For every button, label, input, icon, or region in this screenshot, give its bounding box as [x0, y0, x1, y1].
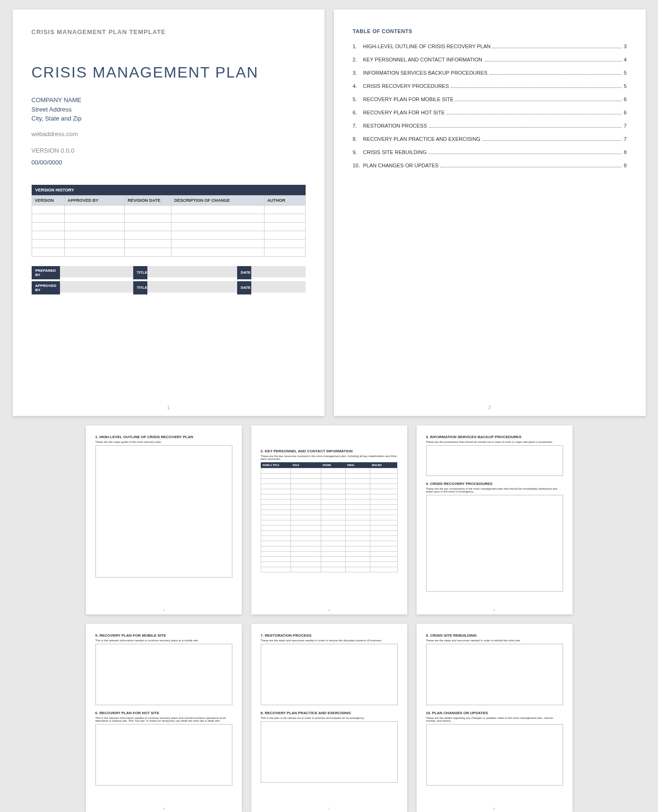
table-row [261, 479, 397, 484]
section-title: 7. RESTORATION PROCESS [261, 633, 398, 638]
table-row [32, 239, 305, 248]
section-desc: These are the details regarding any chan… [426, 717, 563, 722]
section-title: 6. RECOVERY PLAN FOR HOT SITE [95, 711, 232, 715]
toc-item: 7.RESTORATION PROCESS7 [353, 123, 627, 129]
vh-col-version: VERSION [32, 195, 64, 205]
document-date: 00/00/0000 [32, 159, 306, 166]
table-row [261, 489, 397, 494]
section-desc: These are the procedures that should be … [426, 441, 563, 443]
table-row [261, 468, 397, 474]
content-box[interactable] [95, 724, 232, 786]
section-title: 1. HIGH-LEVEL OUTLINE OF CRISIS RECOVERY… [95, 435, 232, 439]
title-input-1[interactable] [147, 266, 237, 277]
page-3: 1. HIGH-LEVEL OUTLINE OF CRISIS RECOVERY… [86, 425, 242, 614]
section-title: 9. CRISIS SITE REBUILDING [426, 633, 563, 638]
table-row [32, 214, 305, 222]
page-number: 8 [417, 807, 573, 810]
content-box[interactable] [261, 721, 398, 783]
table-row [32, 205, 305, 214]
col-role: ROLE [291, 462, 321, 468]
vh-col-author: AUTHOR [264, 195, 305, 205]
table-row [261, 474, 397, 479]
vh-col-description: DESCRIPTION OF CHANGE [171, 195, 264, 205]
toc-item: 1.HIGH-LEVEL OUTLINE OF CRISIS RECOVERY … [353, 43, 627, 49]
page-8: 9. CRISIS SITE REBUILDING These are the … [417, 624, 573, 812]
content-box[interactable] [95, 644, 232, 705]
col-email: EMAIL [345, 462, 370, 468]
contact-table: NAME & TITLE ROLE PHONE EMAIL MAILING [261, 462, 398, 572]
table-row [261, 536, 397, 541]
section-desc: These are the steps and resources needed… [261, 639, 398, 642]
web-address: webaddress.com [32, 130, 306, 138]
content-box[interactable] [426, 495, 563, 592]
content-box[interactable] [426, 724, 563, 786]
toc-item: 9.CRISIS SITE REBUILDING8 [353, 149, 627, 155]
toc-item: 5.RECOVERY PLAN FOR MOBILE SITE6 [353, 96, 627, 102]
table-row [261, 557, 397, 562]
section-title: 3. INFORMATION SERVICES BACKUP PROCEDURE… [426, 435, 563, 439]
approved-by-input[interactable] [60, 281, 133, 293]
street-address: Street Address [32, 105, 306, 114]
date-label-2: DATE [237, 281, 251, 294]
page-number: 7 [251, 807, 407, 810]
table-row [261, 546, 397, 552]
page-number: 2 [334, 405, 646, 410]
content-box[interactable] [261, 644, 398, 705]
page-5: 3. INFORMATION SERVICES BACKUP PROCEDURE… [417, 425, 573, 614]
col-phone: PHONE [321, 462, 345, 468]
section-desc: These are the steps and resources needed… [426, 639, 563, 642]
table-row [32, 231, 305, 239]
table-row [261, 562, 397, 567]
main-title: CRISIS MANAGEMENT PLAN [32, 64, 306, 81]
section-desc: These are the key resources involved in … [261, 455, 398, 460]
table-row [261, 515, 397, 520]
section-title: 2. KEY PERSONNEL AND CONTACT INFORMATION [261, 449, 398, 453]
toc-item: 4.CRISIS RECOVERY PROCEDURES5 [353, 83, 627, 89]
toc-title: TABLE OF CONTENTS [353, 28, 627, 34]
vh-col-approved-by: APPROVED BY [64, 195, 124, 205]
table-row [261, 531, 397, 536]
page-1: CRISIS MANAGEMENT PLAN TEMPLATE CRISIS M… [13, 9, 325, 416]
table-row [261, 510, 397, 515]
section-title: 10. PLAN CHANGES OR UPDATES [426, 711, 563, 715]
page-number: 6 [86, 807, 242, 810]
title-label-1: TITLE [133, 266, 147, 279]
toc-item: 2.KEY PERSONNEL AND CONTACT INFORMATION4 [353, 57, 627, 62]
section-desc: This is the plan to be carried out in or… [261, 717, 398, 719]
toc-item: 10.PLAN CHANGES OR UPDATES8 [353, 163, 627, 168]
content-box[interactable] [95, 445, 232, 578]
table-row [261, 541, 397, 546]
page-7: 7. RESTORATION PROCESS These are the ste… [251, 624, 407, 812]
table-row [261, 484, 397, 489]
approval-block: PREPARED BY TITLE DATE APPROVED BY TITLE… [32, 266, 306, 294]
content-box[interactable] [426, 445, 563, 476]
content-box[interactable] [426, 644, 563, 705]
toc-list: 1.HIGH-LEVEL OUTLINE OF CRISIS RECOVERY … [353, 43, 627, 168]
section-desc: These are the key components in the cris… [426, 487, 563, 493]
title-input-2[interactable] [147, 281, 237, 293]
company-info: COMPANY NAME Street Address City, State … [32, 95, 306, 123]
city-state-zip: City, State and Zip [32, 114, 306, 123]
table-row [261, 494, 397, 500]
col-name: NAME & TITLE [261, 462, 291, 468]
page-number: 4 [251, 609, 407, 612]
table-row [261, 500, 397, 505]
page-4: 2. KEY PERSONNEL AND CONTACT INFORMATION… [251, 425, 407, 614]
table-row [261, 526, 397, 531]
section-desc: These are the major goals of the crisis … [95, 441, 232, 443]
toc-item: 8.RECOVERY PLAN PRACTICE AND EXERCISING7 [353, 136, 627, 142]
section-title: 8. RECOVERY PLAN PRACTICE AND EXERCISING [261, 711, 398, 715]
prepared-by-input[interactable] [60, 266, 133, 277]
table-row [261, 520, 397, 526]
prepared-by-label: PREPARED BY [32, 266, 60, 279]
title-label-2: TITLE [133, 281, 147, 294]
date-input-2[interactable] [251, 281, 306, 293]
table-row [261, 505, 397, 510]
date-input-1[interactable] [251, 266, 306, 277]
table-row [261, 567, 397, 572]
page-number: 1 [13, 405, 325, 410]
company-name: COMPANY NAME [32, 95, 306, 105]
page-number: 5 [417, 609, 573, 612]
table-row [32, 248, 305, 256]
section-title: 5. RECOVERY PLAN FOR MOBILE SITE [95, 633, 232, 638]
